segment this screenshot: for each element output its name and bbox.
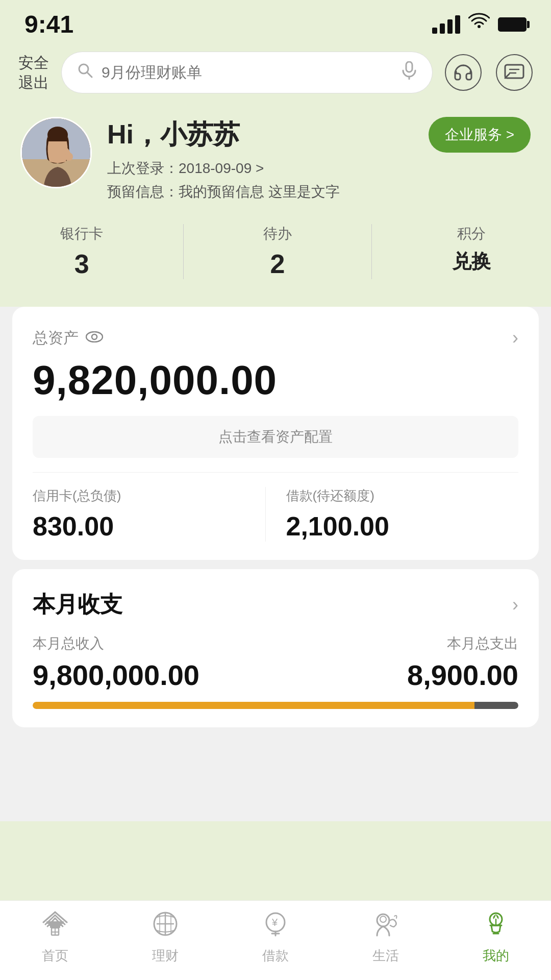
headphone-button[interactable] <box>445 54 482 91</box>
credit-card-value: 830.00 <box>33 511 255 542</box>
signal-icon <box>432 15 460 34</box>
nav-item-life[interactable]: 生活 <box>345 911 427 965</box>
svg-rect-2 <box>406 62 412 72</box>
battery-icon <box>498 17 527 32</box>
eye-icon[interactable] <box>86 330 103 346</box>
mine-icon <box>482 911 510 943</box>
stat-points-label: 积分 <box>457 224 486 243</box>
stat-pending-value: 2 <box>270 249 285 279</box>
asset-card: 总资产 › 9,820,000.00 点击查看资产配置 信用卡(总负债) 830… <box>12 307 539 560</box>
svg-point-14 <box>86 332 103 342</box>
loan-icon: ¥ <box>262 911 289 943</box>
profile-last-login[interactable]: 上次登录：2018-09-09 > <box>107 159 531 178</box>
loan-item[interactable]: 借款(待还额度) 2,100.00 <box>265 487 519 542</box>
nav-label-home: 首页 <box>42 947 68 965</box>
nav-item-mine[interactable]: 我的 <box>455 911 537 965</box>
top-bar: 安全 退出 <box>0 43 551 102</box>
svg-point-36 <box>380 916 386 922</box>
home-icon <box>41 911 69 943</box>
avatar-image <box>22 118 92 188</box>
expense-col: 本月总支出 8,900.00 <box>407 634 518 692</box>
income-card-header: 本月收支 › <box>33 590 518 620</box>
nav-label-life: 生活 <box>372 947 399 965</box>
finance-icon <box>152 911 179 943</box>
profile-message: 预留信息：我的预留信息 这里是文字 <box>107 182 531 202</box>
stat-bank-card[interactable]: 银行卡 3 <box>60 224 103 279</box>
expense-value: 8,900.00 <box>407 658 518 692</box>
nav-label-finance: 理财 <box>152 947 179 965</box>
svg-text:¥: ¥ <box>271 917 278 928</box>
progress-income-bar <box>33 702 474 709</box>
income-col: 本月总收入 9,800,000.00 <box>33 634 199 692</box>
nav-item-home[interactable]: 首页 <box>14 911 96 965</box>
top-actions <box>445 54 533 91</box>
wifi-icon <box>468 13 490 36</box>
search-bar[interactable] <box>61 52 433 93</box>
nav-item-loan[interactable]: ¥ 借款 <box>235 911 316 965</box>
income-chevron-icon[interactable]: › <box>512 594 518 616</box>
stats-row: 银行卡 3 待办 2 积分 兑换 <box>0 214 551 295</box>
stat-points[interactable]: 积分 兑换 <box>452 224 491 279</box>
stat-divider-2 <box>371 224 372 279</box>
svg-point-15 <box>92 334 97 339</box>
safe-exit-button[interactable]: 安全 退出 <box>18 53 49 92</box>
income-value: 9,800,000.00 <box>33 658 199 692</box>
expense-label: 本月总支出 <box>407 634 518 653</box>
mic-icon[interactable] <box>402 61 417 84</box>
stat-pending-label: 待办 <box>263 224 292 243</box>
stat-divider-1 <box>183 224 184 279</box>
credit-card-item[interactable]: 信用卡(总负债) 830.00 <box>33 487 265 542</box>
life-icon <box>372 911 399 943</box>
enterprise-button[interactable]: 企业服务 > <box>429 117 531 153</box>
credit-card-label: 信用卡(总负债) <box>33 487 255 505</box>
nav-item-finance[interactable]: 理财 <box>124 911 206 965</box>
search-icon <box>77 62 93 83</box>
svg-line-1 <box>87 72 92 77</box>
stat-bank-card-label: 银行卡 <box>60 224 103 243</box>
status-icons <box>432 13 527 36</box>
svg-point-13 <box>65 153 73 161</box>
main-content: 总资产 › 9,820,000.00 点击查看资产配置 信用卡(总负债) 830… <box>0 307 551 821</box>
bottom-nav: 首页 理财 ¥ 借款 <box>0 900 551 980</box>
status-time: 9:41 <box>24 10 73 38</box>
asset-title: 总资产 <box>33 328 79 349</box>
search-input[interactable] <box>102 64 393 81</box>
progress-bar <box>33 702 518 709</box>
income-title: 本月收支 <box>33 590 122 620</box>
asset-amount: 9,820,000.00 <box>33 357 518 404</box>
asset-card-header: 总资产 › <box>33 327 518 349</box>
nav-label-mine: 我的 <box>483 947 509 965</box>
asset-sub-row: 信用卡(总负债) 830.00 借款(待还额度) 2,100.00 <box>33 472 518 542</box>
income-label: 本月总收入 <box>33 634 199 653</box>
stat-bank-card-value: 3 <box>74 249 89 279</box>
stat-pending[interactable]: 待办 2 <box>263 224 292 279</box>
avatar <box>20 117 92 188</box>
loan-value: 2,100.00 <box>286 511 509 542</box>
status-bar: 9:41 <box>0 0 551 43</box>
income-card: 本月收支 › 本月总收入 9,800,000.00 本月总支出 8,900.00 <box>12 569 539 727</box>
nav-label-loan: 借款 <box>262 947 289 965</box>
progress-expense-bar <box>474 702 518 709</box>
profile-section: Hi，小苏苏 上次登录：2018-09-09 > 预留信息：我的预留信息 这里是… <box>0 102 551 214</box>
stat-points-value: 兑换 <box>452 249 491 275</box>
message-button[interactable] <box>496 54 533 91</box>
asset-chevron-icon[interactable]: › <box>512 327 518 349</box>
asset-config-button[interactable]: 点击查看资产配置 <box>33 416 518 458</box>
loan-label: 借款(待还额度) <box>286 487 509 505</box>
income-row: 本月总收入 9,800,000.00 本月总支出 8,900.00 <box>33 634 518 692</box>
